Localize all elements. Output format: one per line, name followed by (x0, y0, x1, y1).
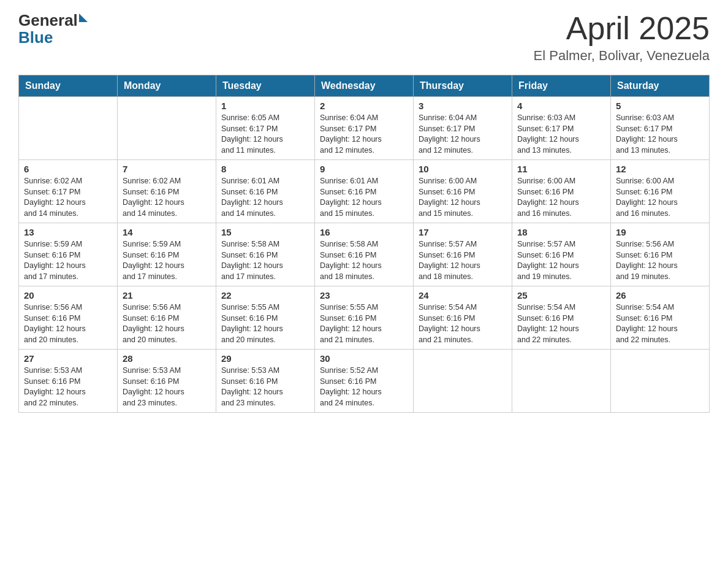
day-info: Sunrise: 5:59 AM Sunset: 6:16 PM Dayligh… (123, 239, 211, 282)
day-number: 23 (320, 290, 408, 301)
calendar-location: El Palmer, Bolivar, Venezuela (534, 48, 710, 64)
calendar-week-row: 6Sunrise: 6:02 AM Sunset: 6:17 PM Daylig… (19, 160, 710, 223)
table-row: 8Sunrise: 6:01 AM Sunset: 6:16 PM Daylig… (216, 160, 315, 223)
table-row: 3Sunrise: 6:04 AM Sunset: 6:17 PM Daylig… (414, 97, 512, 160)
day-info: Sunrise: 5:54 AM Sunset: 6:16 PM Dayligh… (419, 302, 507, 345)
col-wednesday: Wednesday (315, 75, 414, 97)
table-row (611, 350, 710, 413)
table-row: 15Sunrise: 5:58 AM Sunset: 6:16 PM Dayli… (216, 223, 315, 286)
day-number: 12 (616, 164, 704, 174)
day-number: 16 (320, 227, 408, 237)
table-row: 1Sunrise: 6:05 AM Sunset: 6:17 PM Daylig… (216, 97, 315, 160)
day-number: 13 (24, 227, 112, 237)
logo-arrow-icon (79, 13, 88, 22)
day-number: 15 (221, 227, 309, 237)
day-number: 29 (221, 353, 309, 364)
day-info: Sunrise: 5:54 AM Sunset: 6:16 PM Dayligh… (616, 302, 704, 345)
day-number: 28 (123, 353, 211, 364)
table-row: 19Sunrise: 5:56 AM Sunset: 6:16 PM Dayli… (611, 223, 710, 286)
table-row: 17Sunrise: 5:57 AM Sunset: 6:16 PM Dayli… (414, 223, 512, 286)
day-number: 1 (221, 101, 309, 111)
day-number: 3 (419, 101, 507, 111)
day-info: Sunrise: 5:52 AM Sunset: 6:16 PM Dayligh… (320, 366, 408, 408)
table-row: 27Sunrise: 5:53 AM Sunset: 6:16 PM Dayli… (19, 350, 118, 413)
logo: General Blue (18, 12, 88, 45)
day-info: Sunrise: 5:57 AM Sunset: 6:16 PM Dayligh… (419, 239, 507, 282)
day-info: Sunrise: 6:03 AM Sunset: 6:17 PM Dayligh… (616, 113, 704, 156)
day-number: 4 (517, 101, 605, 111)
day-number: 9 (320, 164, 408, 174)
day-info: Sunrise: 6:04 AM Sunset: 6:17 PM Dayligh… (320, 113, 408, 156)
col-tuesday: Tuesday (216, 75, 315, 97)
day-info: Sunrise: 6:04 AM Sunset: 6:17 PM Dayligh… (419, 113, 507, 156)
day-number: 26 (616, 290, 704, 301)
day-info: Sunrise: 5:53 AM Sunset: 6:16 PM Dayligh… (123, 366, 211, 408)
day-info: Sunrise: 6:02 AM Sunset: 6:17 PM Dayligh… (24, 176, 112, 219)
col-friday: Friday (512, 75, 611, 97)
day-number: 14 (123, 227, 211, 237)
day-number: 10 (419, 164, 507, 174)
table-row (19, 97, 118, 160)
day-info: Sunrise: 6:01 AM Sunset: 6:16 PM Dayligh… (221, 176, 309, 219)
day-info: Sunrise: 6:05 AM Sunset: 6:17 PM Dayligh… (221, 113, 309, 156)
col-thursday: Thursday (414, 75, 512, 97)
table-row (414, 350, 512, 413)
calendar-week-row: 13Sunrise: 5:59 AM Sunset: 6:16 PM Dayli… (19, 223, 710, 286)
table-row: 20Sunrise: 5:56 AM Sunset: 6:16 PM Dayli… (19, 286, 118, 350)
day-number: 25 (517, 290, 605, 301)
table-row: 30Sunrise: 5:52 AM Sunset: 6:16 PM Dayli… (315, 350, 414, 413)
calendar-header-row: Sunday Monday Tuesday Wednesday Thursday… (19, 75, 710, 97)
table-row: 12Sunrise: 6:00 AM Sunset: 6:16 PM Dayli… (611, 160, 710, 223)
table-row: 5Sunrise: 6:03 AM Sunset: 6:17 PM Daylig… (611, 97, 710, 160)
day-number: 18 (517, 227, 605, 237)
day-number: 27 (24, 353, 112, 364)
day-info: Sunrise: 5:58 AM Sunset: 6:16 PM Dayligh… (221, 239, 309, 282)
day-number: 7 (123, 164, 211, 174)
day-info: Sunrise: 5:55 AM Sunset: 6:16 PM Dayligh… (320, 302, 408, 345)
col-saturday: Saturday (611, 75, 710, 97)
day-info: Sunrise: 5:56 AM Sunset: 6:16 PM Dayligh… (616, 239, 704, 282)
day-info: Sunrise: 5:56 AM Sunset: 6:16 PM Dayligh… (24, 302, 112, 345)
logo-general-text: General (18, 12, 78, 28)
day-number: 17 (419, 227, 507, 237)
day-info: Sunrise: 6:01 AM Sunset: 6:16 PM Dayligh… (320, 176, 408, 219)
table-row: 4Sunrise: 6:03 AM Sunset: 6:17 PM Daylig… (512, 97, 611, 160)
day-number: 21 (123, 290, 211, 301)
table-row (118, 97, 216, 160)
day-info: Sunrise: 5:58 AM Sunset: 6:16 PM Dayligh… (320, 239, 408, 282)
day-info: Sunrise: 5:53 AM Sunset: 6:16 PM Dayligh… (221, 366, 309, 408)
day-info: Sunrise: 5:57 AM Sunset: 6:16 PM Dayligh… (517, 239, 605, 282)
calendar-week-row: 20Sunrise: 5:56 AM Sunset: 6:16 PM Dayli… (19, 286, 710, 350)
table-row: 10Sunrise: 6:00 AM Sunset: 6:16 PM Dayli… (414, 160, 512, 223)
table-row: 2Sunrise: 6:04 AM Sunset: 6:17 PM Daylig… (315, 97, 414, 160)
table-row: 24Sunrise: 5:54 AM Sunset: 6:16 PM Dayli… (414, 286, 512, 350)
calendar-week-row: 27Sunrise: 5:53 AM Sunset: 6:16 PM Dayli… (19, 350, 710, 413)
table-row (512, 350, 611, 413)
table-row: 11Sunrise: 6:00 AM Sunset: 6:16 PM Dayli… (512, 160, 611, 223)
day-number: 5 (616, 101, 704, 111)
table-row: 28Sunrise: 5:53 AM Sunset: 6:16 PM Dayli… (118, 350, 216, 413)
table-row: 14Sunrise: 5:59 AM Sunset: 6:16 PM Dayli… (118, 223, 216, 286)
table-row: 18Sunrise: 5:57 AM Sunset: 6:16 PM Dayli… (512, 223, 611, 286)
table-row: 7Sunrise: 6:02 AM Sunset: 6:16 PM Daylig… (118, 160, 216, 223)
day-number: 30 (320, 353, 408, 364)
day-number: 11 (517, 164, 605, 174)
page-header: General Blue April 2025 El Palmer, Boliv… (18, 12, 710, 64)
table-row: 21Sunrise: 5:56 AM Sunset: 6:16 PM Dayli… (118, 286, 216, 350)
day-info: Sunrise: 6:03 AM Sunset: 6:17 PM Dayligh… (517, 113, 605, 156)
table-row: 22Sunrise: 5:55 AM Sunset: 6:16 PM Dayli… (216, 286, 315, 350)
table-row: 16Sunrise: 5:58 AM Sunset: 6:16 PM Dayli… (315, 223, 414, 286)
calendar-month-year: April 2025 (534, 12, 710, 44)
col-monday: Monday (118, 75, 216, 97)
calendar-title-block: April 2025 El Palmer, Bolivar, Venezuela (534, 12, 710, 64)
day-number: 22 (221, 290, 309, 301)
day-number: 2 (320, 101, 408, 111)
day-info: Sunrise: 5:59 AM Sunset: 6:16 PM Dayligh… (24, 239, 112, 282)
day-number: 24 (419, 290, 507, 301)
logo-blue-text: Blue (18, 29, 88, 45)
calendar-week-row: 1Sunrise: 6:05 AM Sunset: 6:17 PM Daylig… (19, 97, 710, 160)
day-info: Sunrise: 6:00 AM Sunset: 6:16 PM Dayligh… (616, 176, 704, 219)
day-number: 8 (221, 164, 309, 174)
day-number: 20 (24, 290, 112, 301)
day-number: 19 (616, 227, 704, 237)
